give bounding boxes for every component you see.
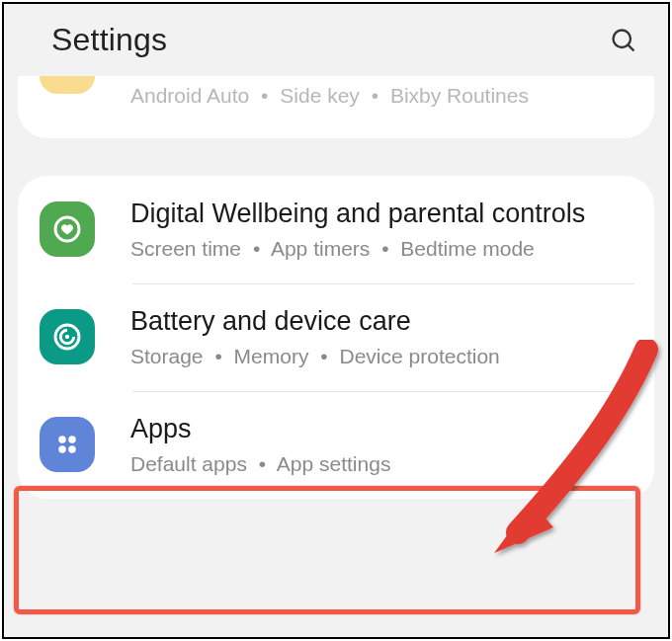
advanced-icon — [40, 76, 95, 94]
separator-dot: • — [320, 345, 327, 367]
settings-card-advanced: Android Auto • Side key • Bixby Routines — [18, 76, 654, 138]
sub-part: Screen time — [130, 237, 241, 260]
row-title: Apps — [130, 413, 634, 446]
row-title: Digital Wellbeing and parental controls — [130, 198, 634, 231]
battery-icon — [40, 309, 95, 364]
search-icon — [610, 27, 637, 54]
sub-part: Device protection — [340, 345, 500, 367]
sub-part: Default apps — [130, 452, 247, 475]
svg-point-7 — [58, 446, 66, 454]
svg-point-5 — [58, 437, 66, 444]
wellbeing-icon — [40, 201, 95, 257]
search-button[interactable] — [609, 26, 638, 55]
separator-dot: • — [261, 84, 268, 107]
settings-card-main: Digital Wellbeing and parental controls … — [18, 176, 654, 499]
row-text: Android Auto • Side key • Bixby Routines — [130, 82, 634, 109]
row-subtitle: Default apps • App settings — [130, 450, 634, 477]
sub-part: Side key — [280, 84, 360, 107]
row-subtitle: Storage • Memory • Device protection — [130, 343, 634, 369]
row-text: Battery and device care Storage • Memory… — [130, 305, 634, 369]
settings-row-apps[interactable]: Apps Default apps • App settings — [18, 391, 654, 499]
svg-point-0 — [614, 30, 631, 47]
svg-point-6 — [68, 437, 76, 444]
svg-point-8 — [68, 446, 76, 454]
row-title: Battery and device care — [130, 305, 634, 339]
page-title: Settings — [51, 22, 167, 58]
separator-dot: • — [372, 84, 378, 107]
row-text: Apps Default apps • App settings — [130, 413, 634, 477]
row-text: Digital Wellbeing and parental controls … — [130, 198, 634, 262]
row-subtitle: Android Auto • Side key • Bixby Routines — [130, 82, 634, 109]
sub-part: Bedtime mode — [400, 237, 534, 260]
apps-icon — [40, 417, 95, 472]
separator-dot: • — [259, 452, 266, 475]
settings-header: Settings — [4, 4, 668, 76]
svg-point-4 — [65, 335, 69, 339]
settings-row-wellbeing[interactable]: Digital Wellbeing and parental controls … — [18, 176, 654, 283]
settings-row-advanced[interactable]: Android Auto • Side key • Bixby Routines — [18, 82, 654, 119]
sub-part: Memory — [234, 345, 309, 367]
sub-part: Android Auto — [130, 84, 249, 107]
sub-part: App timers — [271, 237, 370, 260]
settings-row-battery[interactable]: Battery and device care Storage • Memory… — [18, 283, 654, 391]
sub-part: App settings — [277, 452, 391, 475]
separator-dot: • — [381, 237, 388, 260]
annotation-highlight-box — [14, 486, 640, 614]
row-subtitle: Screen time • App timers • Bedtime mode — [130, 235, 634, 262]
sub-part: Bixby Routines — [390, 84, 529, 107]
svg-line-1 — [629, 44, 634, 50]
separator-dot: • — [214, 345, 221, 367]
sub-part: Storage — [130, 345, 204, 367]
separator-dot: • — [253, 237, 260, 260]
